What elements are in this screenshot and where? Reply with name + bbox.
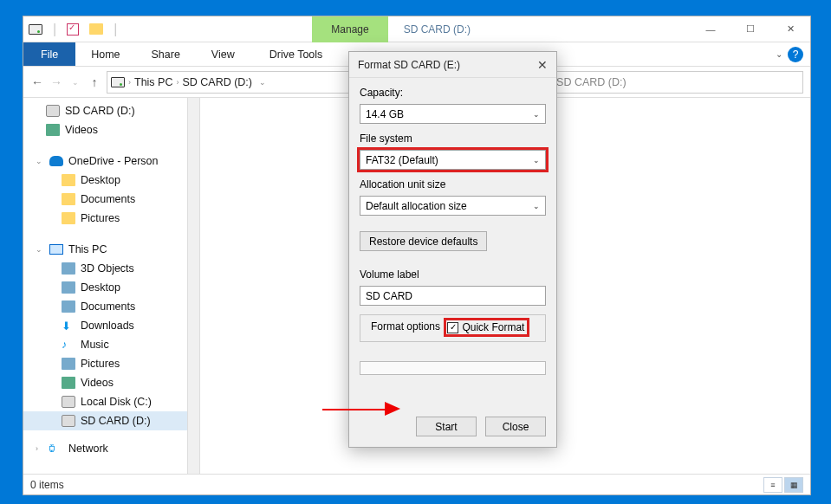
cloud-icon [49, 156, 63, 166]
tab-drive-tools[interactable]: Drive Tools [254, 42, 339, 66]
chevron-right-icon: › [128, 78, 131, 87]
allocation-label: Allocation unit size [360, 178, 546, 191]
network-icon: ⧮ [49, 443, 63, 455]
help-icon[interactable]: ? [788, 47, 803, 62]
quick-format-label: Quick Format [462, 321, 524, 333]
allocation-select[interactable]: Default allocation size⌄ [360, 196, 546, 216]
forward-button[interactable]: → [49, 75, 63, 89]
format-options-legend: Format options [367, 320, 444, 333]
titlebar: | | Manage SD CARD (D:) — ☐ ✕ [23, 16, 810, 42]
sidebar-item-desktop2[interactable]: Desktop [23, 278, 187, 297]
sidebar-item-label: This PC [68, 243, 107, 255]
drive-icon [62, 415, 75, 427]
new-folder-icon[interactable] [89, 23, 103, 35]
folder-icon [62, 377, 75, 389]
sidebar-item-sdcard[interactable]: SD CARD (D:) [23, 101, 187, 120]
sidebar-item-label: Downloads [81, 320, 134, 332]
navigation-pane: SD CARD (D:) Videos ⌄OneDrive - Person D… [23, 98, 188, 474]
format-progress [360, 361, 546, 375]
capacity-value: 14.4 GB [366, 108, 404, 120]
sidebar-item-label: SD CARD (D:) [81, 415, 151, 427]
sidebar-item-3dobjects[interactable]: 3D Objects [23, 259, 187, 278]
dialog-body: Capacity: 14.4 GB⌄ File system FAT32 (De… [349, 78, 556, 380]
sidebar-item-label: Pictures [81, 358, 120, 370]
sidebar-item-thispc[interactable]: ⌄This PC [23, 240, 187, 259]
sidebar-item-sdcard2[interactable]: SD CARD (D:) [23, 411, 187, 430]
sidebar-item-music[interactable]: ♪Music [23, 335, 187, 354]
drive-icon [111, 77, 125, 87]
sidebar-item-network[interactable]: ›⧮Network [23, 439, 187, 458]
sidebar-item-videos2[interactable]: Videos [23, 373, 187, 392]
sidebar-item-label: Network [68, 443, 108, 455]
breadcrumb[interactable]: This PC [134, 76, 172, 88]
window-title: SD CARD (D:) [404, 23, 471, 36]
sidebar-item-label: Videos [81, 377, 114, 389]
icons-view-button[interactable]: ▦ [784, 477, 803, 493]
sidebar-item-pictures2[interactable]: Pictures [23, 354, 187, 373]
close-button[interactable]: Close [485, 417, 546, 436]
dialog-title: Format SD CARD (E:) ✕ [349, 52, 556, 78]
sidebar-item-onedrive[interactable]: ⌄OneDrive - Person [23, 152, 187, 171]
chevron-right-icon: › [176, 78, 179, 87]
chevron-down-icon[interactable]: ⌄ [36, 245, 44, 254]
scrollbar[interactable] [188, 98, 200, 474]
folder-icon [62, 193, 75, 205]
minimize-button[interactable]: — [691, 16, 730, 42]
quick-format-highlight: ✓ Quick Format [446, 320, 527, 334]
address-dropdown-icon[interactable]: ⌄ [259, 78, 266, 87]
folder-icon [62, 262, 75, 275]
sidebar-item-pictures[interactable]: Pictures [23, 209, 187, 228]
folder-icon [62, 358, 75, 370]
tab-file[interactable]: File [23, 42, 75, 66]
volume-label-input[interactable]: SD CARD [360, 286, 546, 306]
recent-locations-icon[interactable]: ⌄ [68, 78, 82, 87]
sidebar-item-label: Desktop [81, 174, 120, 186]
separator: | [114, 22, 117, 37]
sidebar-item-label: SD CARD (D:) [65, 105, 135, 117]
drive-icon [46, 105, 60, 117]
back-button[interactable]: ← [30, 75, 44, 89]
maximize-button[interactable]: ☐ [730, 16, 770, 42]
sidebar-item-documents2[interactable]: Documents [23, 297, 187, 316]
restore-defaults-button[interactable]: Restore device defaults [360, 231, 487, 251]
up-button[interactable]: ↑ [88, 75, 101, 89]
status-item-count: 0 items [30, 479, 64, 491]
sidebar-item-label: Pictures [81, 212, 120, 224]
details-view-button[interactable]: ≡ [763, 477, 782, 493]
sidebar-item-downloads[interactable]: ⬇Downloads [23, 316, 187, 335]
window-controls: — ☐ ✕ [691, 16, 810, 42]
tab-home[interactable]: Home [75, 42, 135, 66]
quick-format-checkbox[interactable]: ✓ [447, 322, 458, 333]
chevron-down-icon[interactable]: ⌄ [36, 157, 44, 165]
start-button[interactable]: Start [416, 417, 477, 436]
allocation-value: Default allocation size [366, 200, 467, 212]
sidebar-item-desktop[interactable]: Desktop [23, 171, 187, 190]
sidebar-item-label: 3D Objects [81, 262, 134, 275]
quick-access-toolbar: | | [23, 22, 117, 37]
format-options-group: Format options ✓ Quick Format [360, 314, 546, 342]
app-icon [29, 24, 42, 35]
sidebar-item-localdisk[interactable]: Local Disk (C:) [23, 392, 187, 411]
view-mode-switch: ≡ ▦ [763, 477, 803, 493]
ribbon-collapse-icon[interactable]: ⌄ [776, 49, 782, 59]
tab-view[interactable]: View [196, 42, 250, 66]
tab-share[interactable]: Share [136, 42, 196, 66]
sidebar-item-label: Videos [65, 124, 98, 136]
capacity-select[interactable]: 14.4 GB⌄ [360, 104, 546, 124]
ribbon-context-tab[interactable]: Manage [312, 16, 387, 42]
sidebar-item-label: Documents [81, 193, 135, 205]
sidebar-item-documents[interactable]: Documents [23, 190, 187, 209]
folder-icon [62, 212, 75, 224]
filesystem-select[interactable]: FAT32 (Default)⌄ [360, 150, 546, 170]
breadcrumb[interactable]: SD CARD (D:) [182, 76, 252, 88]
folder-icon [62, 174, 75, 186]
close-button[interactable]: ✕ [770, 16, 810, 42]
dialog-close-button[interactable]: ✕ [537, 58, 548, 72]
sidebar-item-videos[interactable]: Videos [23, 120, 187, 139]
sidebar-item-label: Desktop [81, 281, 120, 294]
chevron-right-icon[interactable]: › [36, 444, 44, 453]
drive-icon [62, 396, 75, 408]
filesystem-value: FAT32 (Default) [366, 154, 438, 166]
properties-icon[interactable] [67, 23, 79, 36]
downloads-icon: ⬇ [62, 320, 75, 332]
